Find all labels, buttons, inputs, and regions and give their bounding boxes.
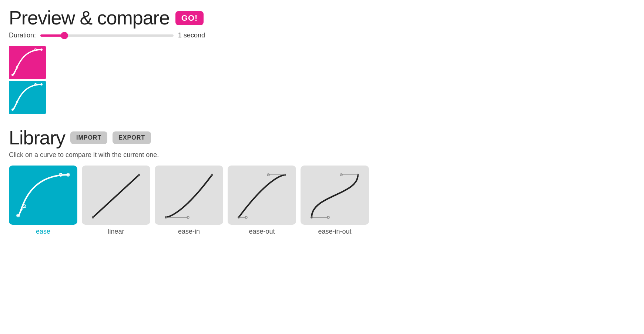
export-button[interactable]: EXPORT [113, 131, 151, 144]
preview-area [9, 46, 635, 116]
library-title: Library [9, 127, 65, 149]
curve-thumb-linear [82, 166, 150, 225]
svg-point-20 [92, 216, 94, 218]
svg-point-22 [211, 174, 213, 176]
duration-row: Duration: 1 second [9, 31, 635, 39]
curve-label-ease-in: ease-in [178, 228, 200, 236]
curve-card-ease-out[interactable]: ease-out [228, 166, 296, 236]
curve-thumb-ease-out [228, 166, 296, 225]
svg-line-2 [13, 67, 17, 75]
curve-label-ease-out: ease-out [249, 228, 275, 236]
go-button[interactable]: GO! [175, 11, 204, 25]
curve-label-ease-in-out: ease-in-out [318, 228, 351, 236]
curve-thumb-ease-in [155, 166, 223, 225]
library-hint: Click on a curve to compare it with the … [9, 151, 635, 159]
header-row: Preview & compare GO! [9, 7, 635, 29]
preview-thumb-teal [9, 81, 46, 114]
curve-card-linear[interactable]: linear [82, 166, 150, 236]
page-title: Preview & compare [9, 7, 170, 29]
curve-card-ease-in-out[interactable]: ease-in-out [301, 166, 369, 236]
svg-line-8 [13, 102, 17, 110]
curve-thumb-ease-in-out [301, 166, 369, 225]
svg-point-19 [138, 174, 140, 176]
svg-line-18 [93, 175, 139, 217]
import-button[interactable]: IMPORT [70, 131, 107, 144]
curve-card-ease-in[interactable]: ease-in [155, 166, 223, 236]
duration-value: 1 second [178, 31, 205, 39]
library-header-row: Library IMPORT EXPORT [9, 127, 635, 149]
preview-thumb-pink [9, 46, 46, 79]
curve-label-ease: ease [36, 228, 50, 236]
curve-label-linear: linear [108, 228, 124, 236]
curves-row: ease linear ease-in [9, 166, 635, 236]
duration-label: Duration: [9, 31, 36, 39]
duration-slider-wrap [40, 32, 174, 39]
curve-card-ease[interactable]: ease [9, 166, 77, 236]
curve-thumb-ease [9, 166, 77, 225]
